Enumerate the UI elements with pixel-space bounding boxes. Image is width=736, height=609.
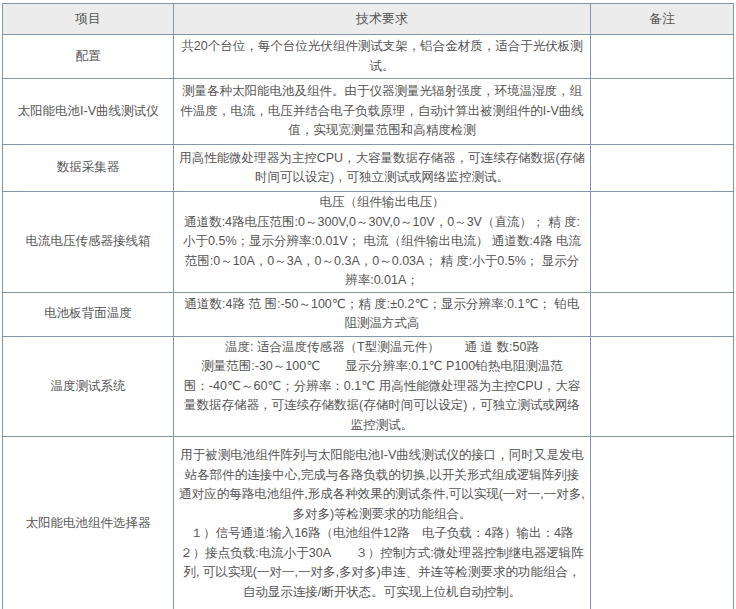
item-cell: 电流电压传感器接线箱 (3, 192, 174, 293)
table-header-row: 项目 技术要求 备注 (3, 4, 734, 35)
item-cell: 温度测试系统 (3, 336, 174, 437)
col-header-item: 项目 (3, 4, 174, 35)
requirement-cell: 用于被测电池组件阵列与太阳能电池I-V曲线测试仪的接口，同时又是发电站各部件的连… (174, 437, 591, 609)
requirement-cell: 共20个台位，每个台位光伏组件测试支架，铝合金材质，适合于光伏板测试。 (174, 35, 591, 79)
table-row: 太阳能电池组件选择器 用于被测电池组件阵列与太阳能电池I-V曲线测试仪的接口，同… (3, 437, 734, 609)
item-cell: 电池板背面温度 (3, 292, 174, 336)
item-cell: 太阳能电池组件选择器 (3, 437, 174, 609)
table-row: 电池板背面温度 通道数:4路 范 围:-50～100℃；精 度:±0.2℃；显示… (3, 292, 734, 336)
table-row: 电流电压传感器接线箱 电压（组件输出电压） 通道数:4路电压范围:0～300V,… (3, 192, 734, 293)
requirement-cell: 温度: 适合温度传感器（T型测温元件） 通 道 数:50路 测量范围:-30～1… (174, 336, 591, 437)
table-row: 太阳能电池I-V曲线测试仪 测量各种太阳能电池及组件。由于仪器测量光辐射强度，环… (3, 79, 734, 145)
col-header-requirement: 技术要求 (174, 4, 591, 35)
remark-cell (591, 192, 734, 293)
item-cell: 数据采集器 (3, 145, 174, 192)
technical-requirements-table: 项目 技术要求 备注 配置 共20个台位，每个台位光伏组件测试支架，铝合金材质，… (2, 3, 734, 609)
remark-cell (591, 145, 734, 192)
remark-cell (591, 79, 734, 145)
table-row: 温度测试系统 温度: 适合温度传感器（T型测温元件） 通 道 数:50路 测量范… (3, 336, 734, 437)
requirement-cell: 电压（组件输出电压） 通道数:4路电压范围:0～300V,0～30V,0～10V… (174, 192, 591, 293)
remark-cell (591, 292, 734, 336)
table-row: 数据采集器 用高性能微处理器为主控CPU，大容量数据存储器，可连续存储数据(存储… (3, 145, 734, 192)
requirement-cell: 测量各种太阳能电池及组件。由于仪器测量光辐射强度，环境温湿度，组件温度，电流，电… (174, 79, 591, 145)
remark-cell (591, 336, 734, 437)
remark-cell (591, 35, 734, 79)
remark-cell (591, 437, 734, 609)
item-cell: 太阳能电池I-V曲线测试仪 (3, 79, 174, 145)
table-row: 配置 共20个台位，每个台位光伏组件测试支架，铝合金材质，适合于光伏板测试。 (3, 35, 734, 79)
col-header-remark: 备注 (591, 4, 734, 35)
requirement-cell: 用高性能微处理器为主控CPU，大容量数据存储器，可连续存储数据(存储时间可以设定… (174, 145, 591, 192)
requirement-cell: 通道数:4路 范 围:-50～100℃；精 度:±0.2℃；显示分辨率:0.1℃… (174, 292, 591, 336)
item-cell: 配置 (3, 35, 174, 79)
